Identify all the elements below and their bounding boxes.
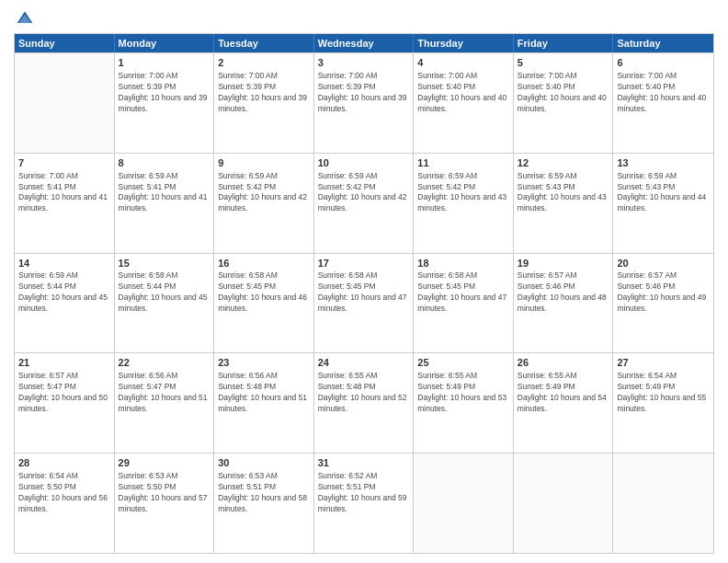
day-number: 23 [218, 356, 310, 370]
day-number: 5 [518, 56, 609, 70]
day-number: 16 [218, 257, 310, 270]
logo [14, 9, 38, 28]
day-number: 29 [119, 456, 210, 470]
day-info: Sunrise: 7:00 AM Sunset: 5:40 PM Dayligh… [518, 71, 609, 115]
day-info: Sunrise: 7:00 AM Sunset: 5:39 PM Dayligh… [318, 71, 410, 115]
day-info: Sunrise: 6:59 AM Sunset: 5:42 PM Dayligh… [318, 171, 410, 215]
day-number: 26 [518, 356, 609, 370]
day-info: Sunrise: 6:56 AM Sunset: 5:47 PM Dayligh… [119, 371, 210, 415]
day-number: 19 [518, 257, 609, 270]
calendar-cell: 9Sunrise: 6:59 AM Sunset: 5:42 PM Daylig… [214, 154, 314, 253]
calendar-cell: 3Sunrise: 7:00 AM Sunset: 5:39 PM Daylig… [314, 53, 415, 153]
calendar-cell: 16Sunrise: 6:58 AM Sunset: 5:45 PM Dayli… [214, 254, 314, 353]
calendar-cell: 18Sunrise: 6:58 AM Sunset: 5:45 PM Dayli… [414, 254, 514, 353]
weekday-header-thursday: Thursday [414, 34, 514, 52]
calendar-cell [414, 454, 514, 553]
day-info: Sunrise: 6:59 AM Sunset: 5:41 PM Dayligh… [119, 171, 210, 215]
day-info: Sunrise: 6:55 AM Sunset: 5:49 PM Dayligh… [518, 371, 609, 415]
weekday-header-monday: Monday [115, 34, 215, 52]
calendar-week-5: 28Sunrise: 6:54 AM Sunset: 5:50 PM Dayli… [15, 453, 713, 553]
day-info: Sunrise: 7:00 AM Sunset: 5:39 PM Dayligh… [218, 71, 310, 115]
day-number: 12 [518, 156, 609, 170]
day-number: 24 [318, 356, 410, 370]
day-number: 15 [119, 257, 210, 270]
day-info: Sunrise: 7:00 AM Sunset: 5:40 PM Dayligh… [617, 71, 710, 115]
day-info: Sunrise: 7:00 AM Sunset: 5:40 PM Dayligh… [417, 71, 509, 115]
day-number: 2 [218, 56, 310, 70]
calendar-cell: 30Sunrise: 6:53 AM Sunset: 5:51 PM Dayli… [214, 454, 314, 553]
calendar-cell: 15Sunrise: 6:58 AM Sunset: 5:44 PM Dayli… [115, 254, 215, 353]
calendar-cell: 10Sunrise: 6:59 AM Sunset: 5:42 PM Dayli… [314, 154, 415, 253]
calendar-cell [613, 454, 713, 553]
calendar-cell: 1Sunrise: 7:00 AM Sunset: 5:39 PM Daylig… [115, 53, 215, 153]
day-info: Sunrise: 6:56 AM Sunset: 5:48 PM Dayligh… [218, 371, 310, 415]
calendar-cell: 6Sunrise: 7:00 AM Sunset: 5:40 PM Daylig… [613, 53, 713, 153]
day-info: Sunrise: 6:59 AM Sunset: 5:42 PM Dayligh… [417, 171, 509, 215]
calendar-week-2: 7Sunrise: 7:00 AM Sunset: 5:41 PM Daylig… [15, 153, 713, 253]
day-info: Sunrise: 6:58 AM Sunset: 5:44 PM Dayligh… [119, 270, 210, 315]
day-number: 9 [218, 156, 310, 170]
weekday-header-friday: Friday [514, 34, 614, 52]
weekday-header-saturday: Saturday [613, 34, 713, 52]
calendar-cell: 4Sunrise: 7:00 AM Sunset: 5:40 PM Daylig… [414, 53, 514, 153]
calendar-cell: 23Sunrise: 6:56 AM Sunset: 5:48 PM Dayli… [214, 353, 314, 453]
calendar-cell: 24Sunrise: 6:55 AM Sunset: 5:48 PM Dayli… [314, 353, 415, 453]
calendar-cell [514, 454, 614, 553]
calendar-cell: 27Sunrise: 6:54 AM Sunset: 5:49 PM Dayli… [613, 353, 713, 453]
calendar-cell: 25Sunrise: 6:55 AM Sunset: 5:49 PM Dayli… [414, 353, 514, 453]
calendar-cell: 7Sunrise: 7:00 AM Sunset: 5:41 PM Daylig… [15, 154, 115, 253]
day-number: 27 [617, 356, 710, 370]
day-info: Sunrise: 6:59 AM Sunset: 5:42 PM Dayligh… [218, 171, 310, 215]
day-info: Sunrise: 6:59 AM Sunset: 5:43 PM Dayligh… [518, 171, 609, 215]
day-number: 20 [617, 257, 710, 270]
calendar-cell: 19Sunrise: 6:57 AM Sunset: 5:46 PM Dayli… [514, 254, 614, 353]
day-info: Sunrise: 6:53 AM Sunset: 5:50 PM Dayligh… [119, 471, 210, 515]
day-info: Sunrise: 6:57 AM Sunset: 5:46 PM Dayligh… [617, 270, 710, 315]
day-info: Sunrise: 6:58 AM Sunset: 5:45 PM Dayligh… [218, 270, 310, 315]
calendar-cell: 21Sunrise: 6:57 AM Sunset: 5:47 PM Dayli… [15, 353, 115, 453]
day-info: Sunrise: 6:59 AM Sunset: 5:44 PM Dayligh… [18, 270, 110, 315]
day-info: Sunrise: 7:00 AM Sunset: 5:41 PM Dayligh… [18, 171, 110, 215]
calendar-cell: 20Sunrise: 6:57 AM Sunset: 5:46 PM Dayli… [613, 254, 713, 353]
day-number: 7 [18, 156, 110, 170]
calendar-cell: 29Sunrise: 6:53 AM Sunset: 5:50 PM Dayli… [115, 454, 215, 553]
day-info: Sunrise: 6:53 AM Sunset: 5:51 PM Dayligh… [218, 471, 310, 515]
calendar-cell [15, 53, 115, 153]
calendar-header-row: SundayMondayTuesdayWednesdayThursdayFrid… [15, 34, 713, 52]
calendar-cell: 28Sunrise: 6:54 AM Sunset: 5:50 PM Dayli… [15, 454, 115, 553]
day-number: 6 [617, 56, 710, 70]
day-number: 30 [218, 456, 310, 470]
calendar-cell: 11Sunrise: 6:59 AM Sunset: 5:42 PM Dayli… [414, 154, 514, 253]
day-number: 1 [119, 56, 210, 70]
calendar-cell: 22Sunrise: 6:56 AM Sunset: 5:47 PM Dayli… [115, 353, 215, 453]
day-info: Sunrise: 6:57 AM Sunset: 5:47 PM Dayligh… [18, 371, 110, 415]
calendar-cell: 31Sunrise: 6:52 AM Sunset: 5:51 PM Dayli… [314, 454, 415, 553]
day-info: Sunrise: 6:52 AM Sunset: 5:51 PM Dayligh… [318, 471, 410, 515]
day-info: Sunrise: 6:55 AM Sunset: 5:49 PM Dayligh… [417, 371, 509, 415]
day-number: 25 [417, 356, 509, 370]
weekday-header-sunday: Sunday [15, 34, 115, 52]
calendar-cell: 26Sunrise: 6:55 AM Sunset: 5:49 PM Dayli… [514, 353, 614, 453]
calendar-week-1: 1Sunrise: 7:00 AM Sunset: 5:39 PM Daylig… [15, 52, 713, 153]
day-number: 14 [18, 257, 110, 270]
weekday-header-tuesday: Tuesday [214, 34, 314, 52]
calendar-cell: 12Sunrise: 6:59 AM Sunset: 5:43 PM Dayli… [514, 154, 614, 253]
day-number: 4 [417, 56, 509, 70]
logo-icon [16, 9, 34, 28]
day-info: Sunrise: 6:58 AM Sunset: 5:45 PM Dayligh… [417, 270, 509, 315]
day-number: 21 [18, 356, 110, 370]
day-info: Sunrise: 6:55 AM Sunset: 5:48 PM Dayligh… [318, 371, 410, 415]
day-number: 3 [318, 56, 410, 70]
day-info: Sunrise: 6:54 AM Sunset: 5:49 PM Dayligh… [617, 371, 710, 415]
day-number: 22 [119, 356, 210, 370]
weekday-header-wednesday: Wednesday [314, 34, 415, 52]
calendar-cell: 14Sunrise: 6:59 AM Sunset: 5:44 PM Dayli… [15, 254, 115, 353]
calendar-cell: 8Sunrise: 6:59 AM Sunset: 5:41 PM Daylig… [115, 154, 215, 253]
calendar-week-3: 14Sunrise: 6:59 AM Sunset: 5:44 PM Dayli… [15, 253, 713, 353]
day-info: Sunrise: 6:57 AM Sunset: 5:46 PM Dayligh… [518, 270, 609, 315]
day-info: Sunrise: 6:58 AM Sunset: 5:45 PM Dayligh… [318, 270, 410, 315]
day-number: 10 [318, 156, 410, 170]
calendar-cell: 2Sunrise: 7:00 AM Sunset: 5:39 PM Daylig… [214, 53, 314, 153]
day-info: Sunrise: 6:54 AM Sunset: 5:50 PM Dayligh… [18, 471, 110, 515]
calendar-week-4: 21Sunrise: 6:57 AM Sunset: 5:47 PM Dayli… [15, 352, 713, 453]
